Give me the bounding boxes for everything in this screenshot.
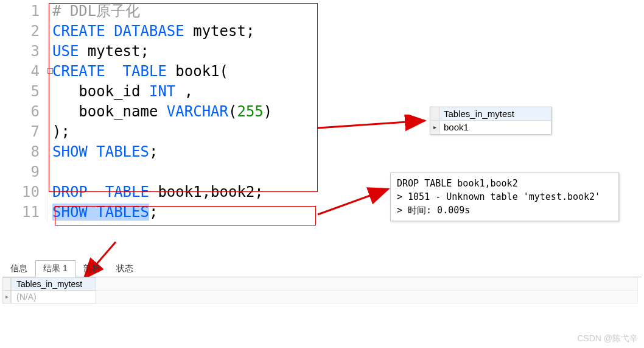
result-cell: book1	[440, 121, 551, 134]
message-popup: DROP TABLE book1,book2 > 1051 - Unknown …	[390, 172, 619, 221]
code-line[interactable]: CREATE TABLE book1(	[52, 62, 272, 82]
line-number: 6	[1, 102, 40, 122]
msg-line: > 时间: 0.009s	[397, 204, 612, 217]
tab-info[interactable]: 信息	[2, 260, 35, 277]
code-line[interactable]: );	[52, 122, 272, 142]
code-line[interactable]: CREATE DATABASE mytest;	[52, 21, 272, 41]
arrow-icon	[317, 183, 396, 219]
line-number: 3	[1, 41, 40, 62]
grid-cell[interactable]: (N/A)	[11, 291, 96, 304]
line-number: 9	[1, 162, 40, 182]
code-line[interactable]: book_id INT ,	[52, 82, 272, 102]
code-line[interactable]: SHOW TABLES;	[52, 202, 272, 222]
line-number: 1	[1, 1, 40, 21]
line-number: 2	[1, 21, 40, 41]
line-number: 11	[1, 202, 40, 222]
grid-header[interactable]: Tables_in_mytest	[11, 277, 96, 291]
code-line[interactable]: SHOW TABLES;	[52, 142, 272, 162]
row-marker-icon: ▸	[430, 121, 440, 134]
result-header: Tables_in_mytest	[440, 107, 551, 120]
code-line[interactable]: # DDL原子化	[52, 1, 272, 21]
svg-line-3	[318, 189, 388, 215]
result-popup-tables: Tables_in_mytest ▸ book1	[430, 107, 551, 135]
line-number: 4	[1, 62, 40, 82]
code-line[interactable]: DROP TABLE book1,book2;	[52, 182, 272, 202]
code-line[interactable]: book_name VARCHAR(255)	[52, 102, 272, 122]
code-line[interactable]: USE mytest;	[52, 41, 272, 62]
code-editor[interactable]: 1234567891011 # DDL原子化CREATE DATABASE my…	[1, 1, 272, 222]
result-tabs: 信息 结果 1 剖析 状态	[2, 260, 642, 277]
code-line[interactable]	[52, 162, 272, 182]
arrow-icon	[317, 115, 432, 139]
code-area[interactable]: # DDL原子化CREATE DATABASE mytest;USE mytes…	[47, 1, 272, 222]
line-number: 7	[1, 122, 40, 142]
watermark: CSDN @陈弋辛	[577, 333, 638, 344]
line-number: 10	[1, 182, 40, 202]
tab-result-1[interactable]: 结果 1	[35, 260, 75, 277]
tab-profile[interactable]: 剖析	[75, 260, 108, 277]
line-number: 8	[1, 142, 40, 162]
line-gutter: 1234567891011	[1, 1, 47, 222]
tab-status[interactable]: 状态	[108, 260, 141, 277]
line-number: 5	[1, 82, 40, 102]
result-grid[interactable]: Tables_in_mytest ▸ (N/A)	[2, 277, 638, 304]
msg-line: > 1051 - Unknown table 'mytest.book2'	[397, 190, 612, 204]
row-marker-icon: ▸	[2, 291, 11, 304]
svg-line-1	[318, 121, 425, 128]
msg-line: DROP TABLE book1,book2	[397, 177, 612, 190]
fold-minus-icon[interactable]: −	[47, 68, 53, 74]
grid-corner	[2, 277, 11, 291]
